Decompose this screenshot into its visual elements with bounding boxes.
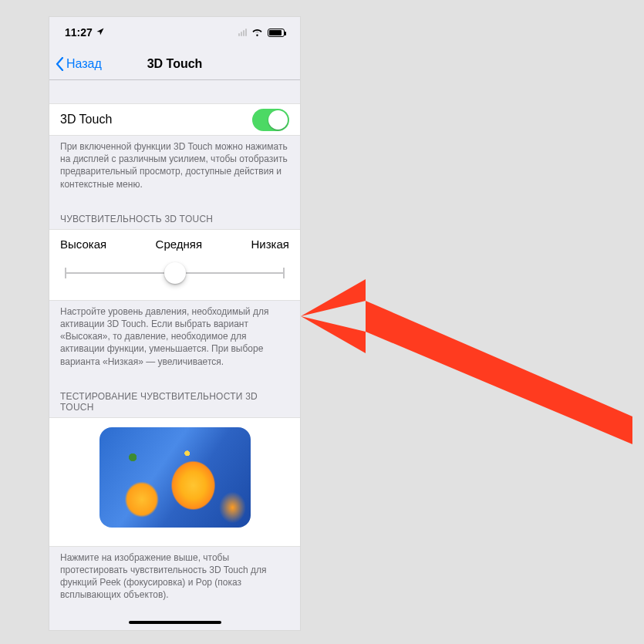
slider-knob[interactable] (164, 262, 186, 284)
sensitivity-slider[interactable] (60, 261, 289, 285)
back-button[interactable]: Назад (49, 57, 102, 71)
test-footer: Нажмите на изображение выше, чтобы проте… (49, 547, 300, 602)
chevron-left-icon (56, 57, 64, 71)
svg-marker-2 (366, 301, 632, 444)
status-time-group: 11:27 (65, 26, 105, 39)
test-header: ТЕСТИРОВАНИЕ ЧУВСТВИТЕЛЬНОСТИ 3D TOUCH (49, 368, 300, 417)
sensitivity-header: ЧУВСТВИТЕЛЬНОСТЬ 3D TOUCH (49, 191, 300, 229)
nav-bar: Назад 3D Touch (49, 48, 300, 80)
sensitivity-label-high: Высокая (60, 238, 106, 251)
slider-tick-icon (65, 268, 66, 278)
location-icon (96, 27, 105, 39)
sensitivity-label-low: Низкая (251, 238, 289, 251)
sensitivity-label-medium: Средняя (156, 238, 202, 251)
cellular-signal-icon (238, 29, 247, 36)
switch-knob-icon (268, 110, 288, 130)
sensitivity-footer: Настройте уровень давления, необходимый … (49, 301, 300, 368)
test-image[interactable] (99, 427, 251, 528)
3d-touch-toggle-row[interactable]: 3D Touch (49, 103, 300, 136)
svg-marker-1 (301, 316, 366, 353)
sensitivity-panel: Высокая Средняя Низкая (49, 229, 300, 301)
toggle-footer: При включенной функции 3D Touch можно на… (49, 136, 300, 191)
wifi-icon (251, 28, 263, 38)
sensitivity-labels: Высокая Средняя Низкая (60, 238, 289, 251)
phone-frame: 11:27 Назад 3D Touch 3D Touch (49, 17, 300, 630)
3d-touch-switch[interactable] (252, 109, 289, 131)
callout-arrow-icon (301, 247, 632, 444)
status-bar: 11:27 (49, 17, 300, 48)
test-panel (49, 417, 300, 547)
status-time: 11:27 (65, 26, 93, 39)
slider-tick-icon (283, 268, 285, 278)
svg-marker-0 (301, 279, 366, 316)
toggle-label: 3D Touch (60, 113, 112, 126)
settings-content: 3D Touch При включенной функции 3D Touch… (49, 80, 300, 601)
status-right (238, 28, 285, 38)
battery-icon (268, 29, 285, 37)
back-label: Назад (66, 57, 102, 71)
home-indicator[interactable] (129, 621, 221, 624)
